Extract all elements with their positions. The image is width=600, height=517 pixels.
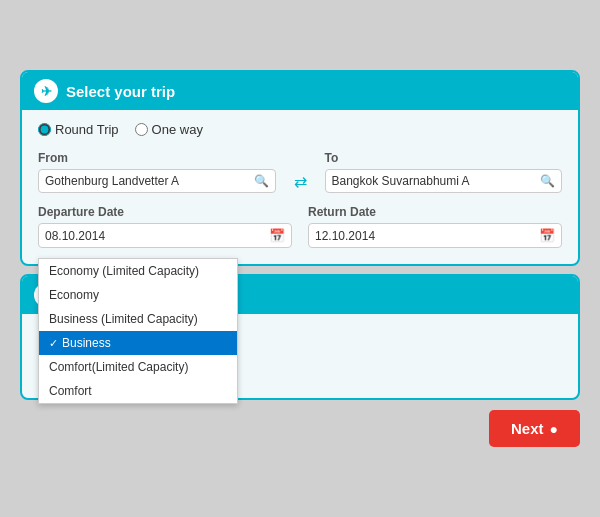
departure-input-wrap: 📅: [38, 223, 292, 248]
from-label: From: [38, 151, 276, 165]
trip-icon: ✈: [34, 79, 58, 103]
from-input-wrap: 🔍: [38, 169, 276, 193]
departure-calendar-icon[interactable]: 📅: [269, 228, 285, 243]
one-way-radio[interactable]: One way: [135, 122, 203, 137]
footer-row: Next ●: [20, 410, 580, 447]
to-search-icon: 🔍: [540, 174, 555, 188]
trip-section-header: ✈ Select your trip: [22, 72, 578, 110]
from-to-row: From 🔍 ⇄ To 🔍: [38, 151, 562, 193]
to-input-wrap: 🔍: [325, 169, 563, 193]
departure-field: Departure Date 📅: [38, 205, 292, 248]
return-field: Return Date 📅: [308, 205, 562, 248]
trip-type-radio-group: Round Trip One way: [38, 122, 562, 137]
trip-section: ✈ Select your trip Round Trip One way Fr…: [20, 70, 580, 266]
return-input-wrap: 📅: [308, 223, 562, 248]
return-input[interactable]: [315, 229, 535, 243]
date-row: Departure Date 📅 Return Date 📅: [38, 205, 562, 248]
from-search-icon: 🔍: [254, 174, 269, 188]
cabin-option-3[interactable]: Business (Limited Capacity): [39, 307, 237, 331]
next-arrow-icon: ●: [550, 421, 558, 437]
to-label: To: [325, 151, 563, 165]
cabin-option-5[interactable]: Comfort(Limited Capacity): [39, 355, 237, 379]
cabin-option-1[interactable]: Economy (Limited Capacity): [39, 259, 237, 283]
cabin-dropdown: Economy (Limited Capacity) Economy Busin…: [38, 258, 238, 404]
to-input[interactable]: [332, 174, 537, 188]
departure-label: Departure Date: [38, 205, 292, 219]
round-trip-radio[interactable]: Round Trip: [38, 122, 119, 137]
cabin-option-4[interactable]: ✓ Business: [39, 331, 237, 355]
trip-title: Select your trip: [66, 83, 175, 100]
to-field-group: To 🔍: [325, 151, 563, 193]
return-label: Return Date: [308, 205, 562, 219]
from-input[interactable]: [45, 174, 250, 188]
cabin-option-2[interactable]: Economy: [39, 283, 237, 307]
next-button[interactable]: Next ●: [489, 410, 580, 447]
return-calendar-icon[interactable]: 📅: [539, 228, 555, 243]
swap-button[interactable]: ⇄: [292, 172, 309, 191]
trip-section-body: Round Trip One way From 🔍 ⇄: [22, 110, 578, 264]
departure-input[interactable]: [45, 229, 265, 243]
from-field-group: From 🔍: [38, 151, 276, 193]
cabin-option-6[interactable]: Comfort: [39, 379, 237, 403]
selected-checkmark: ✓: [49, 337, 58, 350]
